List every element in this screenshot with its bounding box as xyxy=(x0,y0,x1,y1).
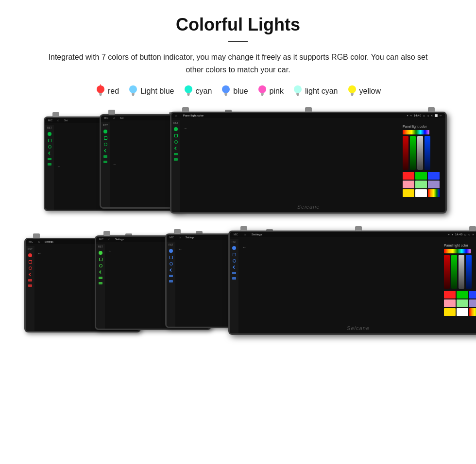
device-3-sidebar: RST xyxy=(171,120,180,212)
icon-vol-b2 xyxy=(99,277,102,279)
device-b3-settings: Settings xyxy=(186,236,194,239)
swatch-rainbow-b xyxy=(469,308,476,316)
device-b3-labels: MIC ⌂ Settings xyxy=(170,236,194,239)
swatch-pink xyxy=(403,181,414,188)
icon-vol-b1 xyxy=(28,279,32,282)
icon-power-b4 xyxy=(232,246,236,250)
color-item-pink: pink xyxy=(257,84,284,98)
device-b2-rst: RST xyxy=(98,245,103,248)
color-label-pink: pink xyxy=(270,87,284,96)
swatch-white-b xyxy=(457,308,468,316)
icon-back-b2 xyxy=(99,270,102,274)
swatch-blue-b xyxy=(469,291,476,298)
color-swatches-b xyxy=(444,291,476,316)
icon-vol2-b4 xyxy=(232,277,236,280)
color-swatches xyxy=(403,172,440,197)
device-b1-rst: RST xyxy=(28,248,33,250)
bulb-icon-lightcyan xyxy=(292,84,303,98)
device-3-rst: RST xyxy=(173,121,178,124)
swatch-blue xyxy=(428,172,440,180)
icon-vol2-1 xyxy=(48,163,51,166)
icon-home-3 xyxy=(174,134,178,137)
swatch-rainbow xyxy=(428,189,440,197)
rainbow-gradient xyxy=(403,130,429,134)
device-3-time: 14:40 xyxy=(414,114,421,117)
device-b1-arrow: ← xyxy=(37,251,41,256)
icon-back-b1 xyxy=(29,273,32,276)
swatch-yellow-b xyxy=(444,308,456,316)
device-1-labels: MIC ⌂ Set xyxy=(48,119,68,122)
device-1-home-icon: ⌂ xyxy=(57,119,59,122)
device-b4-arrow: ← xyxy=(242,245,246,249)
device-b3-mic: MIC xyxy=(170,236,174,239)
top-devices-row: MIC ⌂ Set RST ← xyxy=(19,112,457,223)
color-item-cyan: cyan xyxy=(183,84,212,98)
svg-rect-19 xyxy=(261,93,264,95)
swatch-green xyxy=(415,172,427,180)
color-bars-b xyxy=(444,255,476,289)
device-b3-rst: RST xyxy=(169,243,173,246)
bar-green-b xyxy=(451,255,457,289)
swatch-lightgreen xyxy=(415,181,427,188)
icon-home-b3 xyxy=(170,256,173,259)
svg-point-13 xyxy=(222,85,230,93)
bulb-icon-blue xyxy=(221,84,231,98)
device-1-arrow: ← xyxy=(57,165,61,169)
mount-b1l xyxy=(33,233,40,238)
panel-light-section-b: Panel light color xyxy=(444,244,476,316)
device-b4-home: ⌂ xyxy=(244,233,246,236)
icon-vol-3 xyxy=(174,153,178,155)
mount-b2l xyxy=(103,231,110,236)
icon-power-1 xyxy=(48,132,51,136)
device-b1-home: ⌂ xyxy=(38,240,40,243)
device-3-bt: ✦ xyxy=(407,114,408,117)
svg-rect-15 xyxy=(224,93,227,95)
page-container: Colorful Lights Integrated with 7 colors… xyxy=(0,0,476,362)
device-3-left-bar: ⌂ Panel light color xyxy=(175,114,204,117)
device-b4: MIC ⌂ Settings ✦ ▾ 14:40 ◻ ◁ ✕ ⬜ ↩ xyxy=(228,231,476,335)
icon-vol2-b2 xyxy=(99,282,102,284)
icon-vol2-b1 xyxy=(28,284,32,287)
device-3-nav-arrow: ← xyxy=(184,127,187,130)
device-2-sidebar: RST xyxy=(101,122,110,207)
svg-point-25 xyxy=(348,85,356,93)
icon-bell-b3 xyxy=(170,262,173,265)
icon-home-b1 xyxy=(29,260,32,264)
device-3-screen: ⌂ Panel light color ✦ ▾ 14:40 ◻ ◁ ✕ ⬜ ↩ xyxy=(171,113,445,212)
icon-back-b4 xyxy=(233,265,236,269)
mount-3c xyxy=(428,107,435,112)
bar-white-b xyxy=(459,255,464,289)
svg-rect-20 xyxy=(261,95,263,96)
svg-rect-16 xyxy=(225,95,227,96)
device-b1-settings: Settings xyxy=(45,240,53,243)
bottom-devices-row: MIC ⌂ Settings RST ← xyxy=(19,231,457,352)
swatch-red xyxy=(403,172,414,180)
device-1-rst: RST xyxy=(47,126,52,129)
color-label-lightcyan: light cyan xyxy=(305,87,338,96)
device-b4-settings-lbl: Settings xyxy=(252,233,262,236)
device-b2-mic: MIC xyxy=(99,238,103,241)
device-2-labels: MIC ⌂ Set xyxy=(104,116,123,119)
icon-bell-3 xyxy=(174,140,178,144)
device-3-wifi: ▾ xyxy=(410,114,412,117)
device-b2-settings: Settings xyxy=(115,238,124,241)
title-divider xyxy=(228,41,248,42)
mount-b4b xyxy=(355,226,362,231)
device-b2-arrow: ← xyxy=(108,249,112,253)
description-text: Integrated with 7 colors of button indic… xyxy=(39,51,437,76)
color-label-blue: blue xyxy=(233,87,248,96)
swatch-purple xyxy=(428,181,440,188)
device-3: ⌂ Panel light color ✦ ▾ 14:40 ◻ ◁ ✕ ⬜ ↩ xyxy=(170,112,447,214)
svg-rect-23 xyxy=(296,93,299,95)
icon-bell-2 xyxy=(104,143,107,146)
mount-b3l xyxy=(174,229,181,234)
bar-blue-b xyxy=(466,255,472,289)
device-2-mic: MIC xyxy=(104,116,108,119)
device-b1-mic: MIC xyxy=(29,240,33,243)
device-b4-bt: ✦ xyxy=(448,233,450,236)
bar-red-b xyxy=(444,255,450,289)
icon-back-2 xyxy=(104,149,107,152)
device-3-vol: ◁ xyxy=(427,114,429,117)
bar-white xyxy=(417,136,423,170)
page-title: Colorful Lights xyxy=(19,15,457,35)
